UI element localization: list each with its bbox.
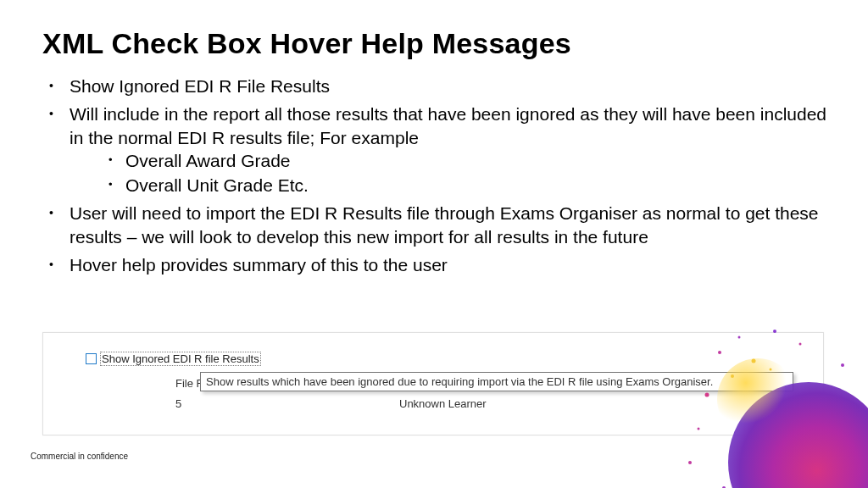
svg-point-9 — [688, 461, 692, 464]
footer-confidentiality: Commercial in confidence — [31, 452, 128, 461]
slide-content: Show Ignored EDI R File Results Will inc… — [42, 75, 834, 281]
row-value: Unknown Learner — [399, 397, 487, 410]
slide-title: XML Check Box Hover Help Messages — [42, 27, 571, 60]
checkbox-row: Show Ignored EDI R file Results — [86, 352, 261, 366]
hover-tooltip: Show results which have been ignored due… — [200, 372, 793, 391]
bullet-item: User will need to import the EDI R Resul… — [42, 202, 834, 248]
checkbox-icon[interactable] — [86, 353, 97, 364]
bullet-item: Hover help provides summary of this to t… — [42, 253, 834, 276]
svg-point-8 — [841, 363, 844, 367]
bullet-item: Will include in the report all those res… — [42, 103, 834, 197]
checkbox-label[interactable]: Show Ignored EDI R file Results — [100, 352, 261, 366]
screenshot-inset: Show Ignored EDI R file Results File R S… — [42, 332, 824, 435]
sub-bullet-item: Overall Unit Grade Etc. — [70, 174, 834, 197]
bullet-text: Will include in the report all those res… — [70, 104, 826, 147]
row-number: 5 — [175, 397, 181, 410]
bullet-item: Show Ignored EDI R File Results — [42, 75, 834, 97]
sub-bullet-item: Overall Award Grade — [70, 149, 834, 172]
slide: XML Check Box Hover Help Messages Show I… — [0, 0, 868, 488]
